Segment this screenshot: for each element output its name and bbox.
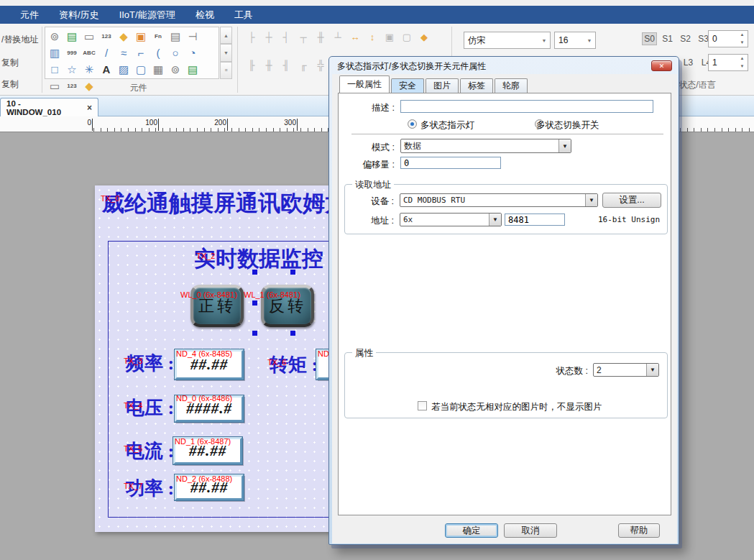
menu-item[interactable]: IIoT/能源管理 <box>109 6 185 24</box>
element-icon[interactable]: ▤ <box>63 28 81 45</box>
window-tab[interactable]: 10 - WINDOW_010 × <box>0 98 98 116</box>
dialog-close-button[interactable]: ✕ <box>651 60 672 71</box>
ribbon-copy-2[interactable]: 复制 <box>1 78 42 91</box>
align-icon[interactable]: ▢ <box>400 30 414 44</box>
dialog-tab[interactable]: 安全 <box>391 78 424 93</box>
state-button[interactable]: S1 <box>660 32 675 45</box>
element-icon[interactable]: ◆ <box>115 28 132 45</box>
element-icon[interactable]: ▤ <box>167 28 184 45</box>
language-button[interactable]: L3 <box>681 56 696 69</box>
selection-handle[interactable] <box>252 300 257 306</box>
align-toolbar-row2: ╟╫╢╓╬ <box>244 58 328 72</box>
distribute-icon[interactable]: ╢ <box>279 58 293 72</box>
device-combo[interactable]: CD MODBUS RTU▼ <box>400 193 598 207</box>
element-icon[interactable]: ⌐ <box>132 45 150 61</box>
state-count-combo[interactable]: 2▼ <box>593 363 659 377</box>
element-icon[interactable]: / <box>98 45 115 61</box>
element-icon[interactable]: □ <box>46 61 63 78</box>
align-icon[interactable]: ┤ <box>279 30 293 44</box>
distribute-icon[interactable]: ╓ <box>296 58 311 72</box>
dialog-tab[interactable]: 一般属性 <box>339 75 390 93</box>
align-icon[interactable]: ┼ <box>262 30 276 44</box>
spinner-arrows[interactable]: ▲▼ <box>737 55 748 70</box>
element-icon[interactable]: ⊚ <box>46 28 63 45</box>
element-icon[interactable]: ⊣ <box>184 28 201 45</box>
chevron-down-icon: ▼ <box>538 38 550 43</box>
element-icon[interactable]: ▥ <box>46 45 63 61</box>
address-label: 地址 : <box>362 215 394 227</box>
element-icon[interactable]: ✳ <box>81 61 98 78</box>
help-button[interactable]: 帮助 <box>618 523 660 538</box>
state-spinner-value: 0 <box>709 31 737 47</box>
dialog-tab[interactable]: 轮廓 <box>495 78 528 93</box>
element-icon[interactable]: ABC <box>81 45 98 61</box>
ok-button[interactable]: 确定 <box>445 523 498 538</box>
multistate-lamp-radio[interactable] <box>408 119 417 129</box>
scroll-down-icon[interactable]: ▼ <box>220 44 232 61</box>
align-icon[interactable]: ┬ <box>296 30 311 44</box>
ribbon-copy-1[interactable]: 复制 <box>1 57 42 69</box>
element-icon[interactable]: ▣ <box>132 28 150 45</box>
hide-picture-checkbox[interactable] <box>418 401 427 410</box>
chevron-down-icon: ▼ <box>489 214 501 226</box>
language-spinner[interactable]: 1 ▲▼ <box>708 54 748 71</box>
state-button[interactable]: S2 <box>678 32 693 45</box>
selection-handle[interactable] <box>252 331 257 336</box>
selection-handle[interactable] <box>290 270 295 275</box>
menu-item[interactable]: 资料/历史 <box>49 6 109 24</box>
device-value: CD MODBUS RTU <box>400 196 585 205</box>
dialog-tabs: 一般属性安全图片标签轮廓 <box>339 77 529 93</box>
offset-input[interactable] <box>400 157 501 169</box>
element-icon[interactable]: Fn <box>150 28 167 45</box>
menu-item[interactable]: 工具 <box>224 6 263 24</box>
menu-item[interactable]: 检视 <box>185 6 224 24</box>
align-icon[interactable]: ↕ <box>365 30 380 44</box>
align-icon[interactable]: ┴ <box>331 30 345 44</box>
element-icon[interactable]: ⊚ <box>167 61 184 78</box>
read-address-group: 读取地址 设备 : CD MODBUS RTU▼ 设置... 地址 : 6x▼ … <box>344 184 668 234</box>
element-icon[interactable]: ( <box>150 45 167 61</box>
state-button[interactable]: S0 <box>642 32 657 45</box>
element-icon[interactable]: ▨ <box>115 61 132 78</box>
align-icon[interactable]: ├ <box>244 30 259 44</box>
tab-close-icon[interactable]: × <box>87 103 92 113</box>
menu-item[interactable]: 元件 <box>10 6 49 24</box>
distribute-icon[interactable]: ╫ <box>262 58 276 72</box>
align-icon[interactable]: ◆ <box>417 30 431 44</box>
description-input[interactable] <box>400 100 653 113</box>
element-icon[interactable]: 999 <box>63 45 81 61</box>
distribute-icon[interactable]: ╟ <box>244 58 259 72</box>
element-icon[interactable]: ≈ <box>115 45 132 61</box>
font-size-combo[interactable]: 16 ▼ <box>554 32 596 49</box>
cancel-button[interactable]: 取消 <box>504 523 557 538</box>
ribbon-replace-address[interactable]: /替换地址 <box>1 34 42 46</box>
spinner-arrows[interactable]: ▲▼ <box>737 31 748 47</box>
element-icon[interactable]: ▭ <box>81 28 98 45</box>
scroll-up-icon[interactable]: ▲ <box>220 27 232 44</box>
address-input[interactable] <box>505 214 565 226</box>
element-icon[interactable]: 123 <box>98 28 115 45</box>
state-spinner[interactable]: 0 ▲▼ <box>708 30 748 47</box>
element-icon[interactable]: ▢ <box>132 61 150 78</box>
elements-group-caption: 元件 <box>45 82 232 94</box>
mode-label: 模式 : <box>360 142 395 154</box>
selection-handle[interactable] <box>252 270 257 275</box>
distribute-icon[interactable]: ╬ <box>313 58 328 72</box>
element-icon[interactable]: A <box>98 61 115 78</box>
dialog-tab[interactable]: 图片 <box>426 78 459 93</box>
element-icon[interactable]: ▦ <box>150 61 167 78</box>
font-family-combo[interactable]: 仿宋 ▼ <box>464 32 551 49</box>
element-icon[interactable]: ☆ <box>63 61 81 78</box>
address-type-combo[interactable]: 6x▼ <box>400 213 502 226</box>
element-icon[interactable]: ○ <box>167 45 184 61</box>
settings-button[interactable]: 设置... <box>602 193 661 208</box>
element-icon[interactable]: ▤ <box>184 61 201 78</box>
align-icon[interactable]: ╫ <box>313 30 328 44</box>
scroll-more-icon[interactable]: ≡ <box>220 62 232 79</box>
align-icon[interactable]: ↔ <box>348 30 362 44</box>
element-icon[interactable]: ◔ <box>184 45 201 61</box>
dialog-tab[interactable]: 标签 <box>460 78 493 93</box>
align-icon[interactable]: ▣ <box>382 30 397 44</box>
mode-combo[interactable]: 数据▼ <box>400 139 571 153</box>
selection-handle[interactable] <box>290 331 295 336</box>
